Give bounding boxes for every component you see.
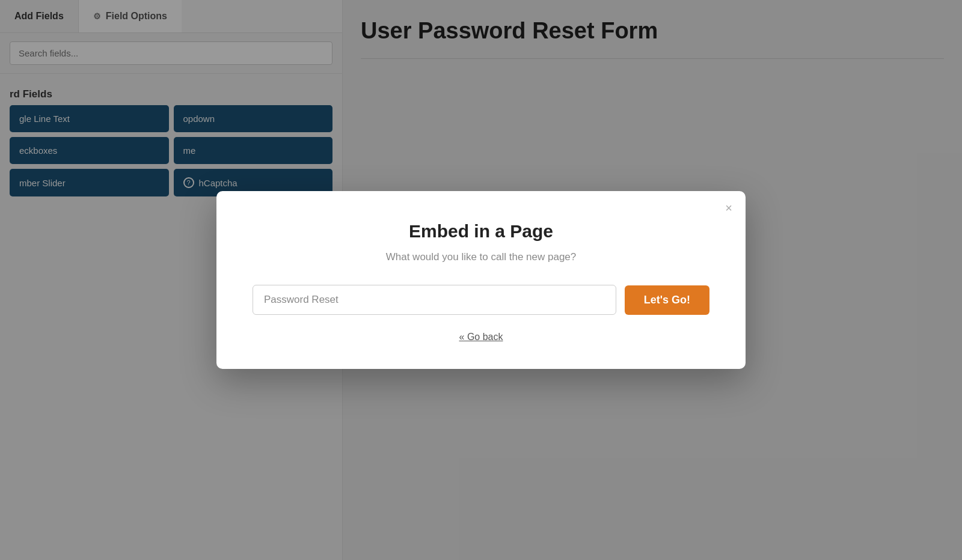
modal-close-button[interactable]: ×	[725, 202, 732, 214]
modal-overlay: × Embed in a Page What would you like to…	[0, 0, 962, 560]
embed-modal: × Embed in a Page What would you like to…	[216, 191, 746, 369]
modal-title: Embed in a Page	[253, 221, 709, 242]
modal-input-row: Let's Go!	[253, 285, 709, 315]
page-name-input[interactable]	[253, 285, 616, 315]
go-back-link[interactable]: « Go back	[253, 332, 709, 342]
lets-go-button[interactable]: Let's Go!	[625, 285, 709, 315]
modal-subtitle: What would you like to call the new page…	[253, 251, 709, 263]
